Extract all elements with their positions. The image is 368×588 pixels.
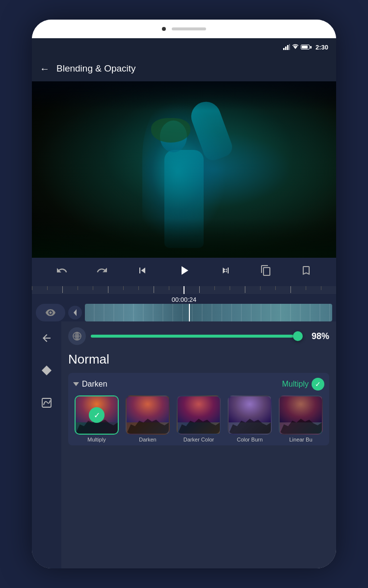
status-icons: 2:30 — [283, 44, 328, 51]
blend-mode-label: Normal — [68, 352, 329, 367]
blend-thumb-color-burn[interactable]: Color Burn — [226, 395, 273, 442]
collapse-icon[interactable] — [73, 382, 79, 386]
bookmark-button[interactable] — [297, 262, 315, 282]
linear-burn-label: Linear Bu — [289, 437, 312, 442]
header-back-button[interactable]: ← — [40, 63, 50, 74]
sky — [280, 396, 322, 422]
diamond-icon — [42, 366, 52, 375]
tick — [138, 286, 154, 290]
video-background — [32, 81, 336, 258]
opacity-icon — [68, 327, 86, 345]
timecode-display: 00:00:24 — [172, 295, 197, 304]
color-burn-label: Color Burn — [237, 437, 263, 442]
header-title: Blending & Opacity — [56, 63, 136, 74]
bottom-panel: 98% Normal Darken Multiply ✓ — [32, 321, 336, 568]
tick — [169, 286, 184, 290]
sidebar-keyframe-button[interactable] — [35, 359, 58, 382]
tick — [260, 286, 275, 290]
tick — [321, 286, 336, 290]
blend-thumbnails: ✓ Multiply Darken — [73, 395, 324, 442]
sky — [229, 396, 271, 422]
category-name: Darken — [82, 380, 107, 389]
sidebar-curve-button[interactable] — [35, 391, 58, 415]
timeline-ruler — [32, 286, 336, 294]
signal-icon — [283, 44, 290, 50]
undo-button[interactable] — [53, 262, 71, 282]
wifi-icon — [292, 44, 299, 50]
darken-thumbnail — [126, 395, 170, 435]
undo-icon — [56, 265, 68, 276]
tick — [214, 286, 230, 290]
playback-controls — [32, 258, 336, 286]
selected-blend-name: Multiply — [282, 380, 309, 389]
blend-thumb-multiply[interactable]: ✓ Multiply — [73, 395, 120, 442]
chevron-left-icon — [73, 309, 78, 316]
blend-thumb-linear-burn[interactable]: Linear Bu — [277, 395, 324, 442]
opacity-slider[interactable] — [91, 335, 302, 338]
skip-to-end-button[interactable] — [217, 262, 235, 282]
bookmark-icon — [300, 265, 312, 276]
multiply-label: Multiply — [87, 437, 105, 442]
tick — [154, 286, 169, 293]
selected-overlay: ✓ — [89, 407, 105, 423]
curve-icon — [41, 397, 52, 408]
back-arrow-icon — [41, 332, 53, 344]
svg-rect-1 — [285, 47, 287, 50]
darker-color-thumbnail — [177, 395, 221, 435]
selected-checkmark: ✓ — [312, 378, 324, 391]
sidebar-back-button[interactable] — [35, 326, 58, 350]
tick — [78, 286, 93, 290]
blend-thumb-darken[interactable]: Darken — [124, 395, 171, 442]
skip-to-start-button[interactable] — [133, 262, 151, 282]
slider-fill — [91, 335, 293, 338]
play-button[interactable] — [174, 260, 194, 284]
slider-thumb[interactable] — [293, 331, 303, 341]
video-track-strip[interactable] — [85, 304, 332, 321]
tick — [290, 286, 306, 293]
opacity-value: 98% — [307, 331, 329, 342]
color-burn-thumbnail — [228, 395, 272, 435]
track-pattern — [85, 304, 332, 321]
speaker-bar — [172, 27, 206, 30]
skip-end-icon — [220, 265, 232, 276]
tick — [47, 286, 62, 290]
selected-blend-indicator: Multiply ✓ — [282, 378, 324, 391]
blend-category: Darken — [73, 380, 107, 389]
left-sidebar — [32, 321, 61, 568]
sky — [178, 396, 220, 422]
linear-burn-thumbnail — [279, 395, 323, 435]
playhead-on-track — [189, 304, 190, 321]
battery-icon — [301, 45, 312, 49]
copy-button[interactable] — [257, 262, 275, 282]
timeline-scroll-left-button[interactable] — [68, 306, 82, 319]
timeline-area: 00:00:24 — [32, 286, 336, 321]
app-container: 2:30 ← Blending & Opacity — [32, 38, 336, 568]
tick — [123, 286, 138, 290]
header: ← Blending & Opacity — [32, 56, 336, 81]
opacity-symbol-icon — [72, 331, 82, 341]
svg-rect-0 — [283, 48, 285, 50]
play-icon — [177, 263, 191, 278]
svg-rect-2 — [287, 45, 289, 50]
opacity-row: 98% — [68, 327, 329, 345]
blend-thumb-darker-color[interactable]: Darker Color — [175, 395, 222, 442]
redo-icon — [96, 265, 108, 276]
blend-section-header: Darken Multiply ✓ — [73, 378, 324, 391]
phone-frame: 2:30 ← Blending & Opacity — [32, 20, 336, 568]
tick — [306, 286, 321, 290]
darker-color-label: Darker Color — [184, 437, 214, 442]
sky — [127, 396, 169, 422]
copy-icon — [260, 265, 272, 276]
tick — [245, 286, 260, 293]
eye-visibility-button[interactable] — [36, 304, 65, 321]
phone-top-bar — [32, 20, 336, 38]
camera-dot — [162, 27, 166, 31]
tick — [230, 286, 245, 290]
right-panel: 98% Normal Darken Multiply ✓ — [61, 321, 336, 568]
svg-marker-4 — [293, 47, 297, 49]
svg-rect-3 — [289, 44, 290, 50]
darken-section: Darken Multiply ✓ — [68, 373, 329, 445]
playhead-line — [184, 286, 184, 294]
status-time: 2:30 — [315, 44, 328, 51]
redo-button[interactable] — [93, 262, 111, 282]
